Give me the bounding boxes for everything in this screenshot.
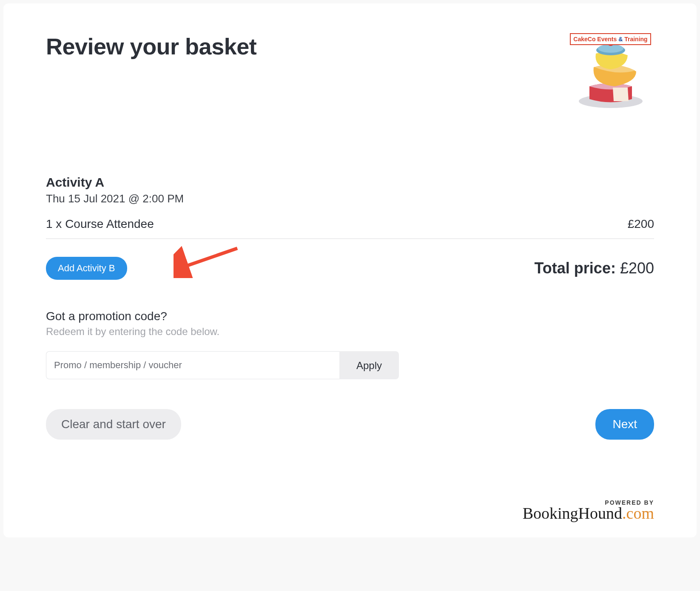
bookinghound-brand: BookingHound.com	[46, 506, 654, 520]
svg-line-4	[182, 248, 237, 267]
line-item-row: 1 x Course Attendee £200	[46, 217, 654, 239]
cake-stack-icon	[572, 37, 649, 110]
total-price-value: £200	[620, 259, 654, 277]
activity-datetime: Thu 15 Jul 2021 @ 2:00 PM	[46, 192, 654, 205]
page-title: Review your basket	[46, 33, 256, 60]
promo-heading: Got a promotion code?	[46, 310, 654, 323]
promo-block: Got a promotion code? Redeem it by enter…	[46, 310, 654, 379]
apply-promo-button[interactable]: Apply	[339, 351, 399, 379]
line-item-label: 1 x Course Attendee	[46, 217, 154, 231]
line-item-price: £200	[628, 217, 654, 231]
promo-input-row: Apply	[46, 351, 399, 379]
company-logo: CakeCo Events & Training	[567, 33, 654, 111]
add-activity-button[interactable]: Add Activity B	[46, 257, 127, 280]
powered-by-block: POWERED BY BookingHound.com	[46, 499, 654, 520]
footer-row: Clear and start over Next	[46, 409, 654, 440]
total-price: Total price: £200	[535, 259, 654, 277]
header-row: Review your basket CakeCo Events & Train…	[46, 33, 654, 111]
logo-text-badge: CakeCo Events & Training	[570, 33, 651, 45]
promo-subtext: Redeem it by entering the code below.	[46, 326, 654, 338]
promo-code-input[interactable]	[46, 351, 339, 379]
activity-name: Activity A	[46, 175, 654, 190]
next-button[interactable]: Next	[595, 409, 654, 440]
total-price-label: Total price:	[535, 259, 616, 277]
basket-review-card: Review your basket CakeCo Events & Train…	[3, 3, 697, 537]
activity-block: Activity A Thu 15 Jul 2021 @ 2:00 PM 1 x…	[46, 175, 654, 280]
clear-start-over-button[interactable]: Clear and start over	[46, 409, 181, 440]
annotation-arrow-icon	[174, 244, 242, 278]
total-row: Add Activity B Total price: £200	[46, 257, 654, 280]
